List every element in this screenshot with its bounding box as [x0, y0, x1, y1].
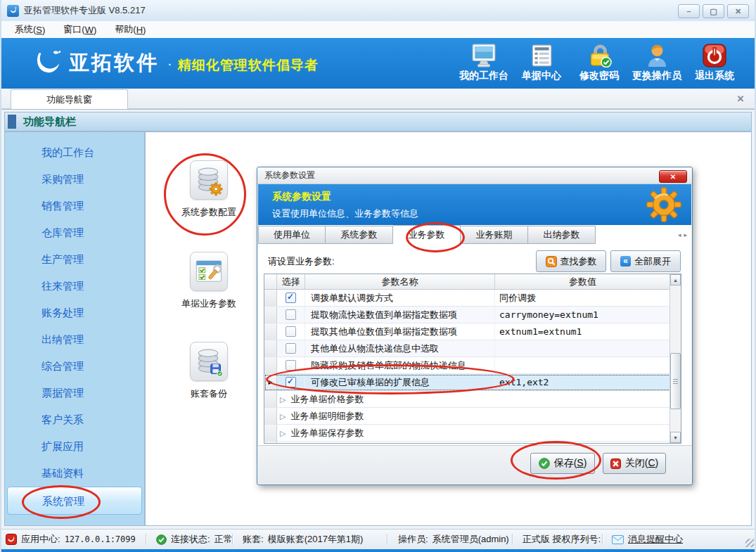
database-gear-icon	[193, 164, 224, 196]
menu-system[interactable]: 系统(S)	[6, 21, 54, 38]
brand-slogan: 精细化管理软件倡导者	[178, 52, 319, 75]
save-button[interactable]: 保存(S)	[530, 453, 595, 474]
col-param-name: 参数名称	[305, 274, 495, 289]
sidebar-item-crm[interactable]: 客户关系	[5, 406, 144, 433]
database-backup-icon	[193, 345, 224, 378]
toolbar-document-center[interactable]: 单据中心	[513, 44, 570, 82]
brand: 亚拓软件 · 精细化管理软件倡导者	[32, 49, 319, 77]
status-connection: 连接状态: 正常	[156, 529, 233, 549]
table-row[interactable]: 调拨单默认调拨方式 同价调拨	[264, 290, 681, 307]
sidebar-item-basic-data[interactable]: 基础资料	[5, 460, 144, 487]
shortcut-system-params-config[interactable]: 系统参数配置	[167, 160, 251, 219]
table-group-row[interactable]: 业务单据保存参数	[264, 425, 681, 442]
table-group-row[interactable]: 业务单据明细参数	[264, 408, 681, 425]
sidebar-item-sales[interactable]: 销售管理	[5, 193, 144, 219]
sidebar-item-purchase[interactable]: 采购管理	[5, 166, 144, 193]
tab-business-period[interactable]: 业务账期	[461, 226, 528, 244]
close-button[interactable]: ✕	[727, 4, 749, 18]
sidebar-item-extensions[interactable]: 扩展应用	[5, 433, 144, 460]
app-center-icon	[6, 534, 17, 545]
menu-window[interactable]: 窗口(W)	[54, 21, 105, 38]
toolbar-my-workbench[interactable]: 我的工作台	[455, 44, 513, 82]
sidebar-item-comprehensive[interactable]: 综合管理	[5, 353, 144, 380]
app-logo-icon	[7, 5, 19, 17]
search-icon	[546, 256, 557, 267]
double-arrow-left-icon	[620, 256, 631, 267]
table-group-row[interactable]: 业务单据价格参数	[264, 391, 681, 408]
menu-help[interactable]: 帮助(H)	[105, 21, 155, 38]
sidebar-item-contacts[interactable]: 往来管理	[5, 273, 144, 300]
user-icon	[645, 44, 669, 68]
dialog-footer: 保存(S) 关闭(C)	[258, 445, 691, 484]
shortcut-document-business-params[interactable]: 单据业务参数	[167, 252, 251, 310]
toolbar-change-password[interactable]: 修改密码	[570, 44, 628, 82]
toolbar-exit-system[interactable]: 退出系统	[686, 44, 743, 82]
tab-function-navigator[interactable]: 功能导航窗	[11, 89, 128, 110]
row-checkbox[interactable]	[286, 360, 296, 371]
window-titlebar[interactable]: 亚拓管理软件专业版 V8.5.217 – ▢ ✕	[0, 0, 756, 21]
dialog-close-button[interactable]	[659, 170, 687, 183]
vertical-scrollbar[interactable]	[669, 274, 681, 443]
sidebar-item-accounting[interactable]: 账务处理	[5, 300, 144, 326]
table-row[interactable]: 提取其他单位数值到单据指定数据项 extnum1=extnum1	[264, 323, 681, 340]
close-dialog-button[interactable]: 关闭(C)	[603, 453, 666, 474]
tab-scroll-left-icon[interactable]	[678, 231, 681, 238]
scroll-up-icon[interactable]	[670, 274, 681, 285]
panel-title: 功能导航栏	[23, 115, 76, 129]
row-checkbox[interactable]	[286, 377, 296, 387]
maximize-button[interactable]: ▢	[703, 4, 724, 18]
message-center-link[interactable]: 消息提醒中心	[628, 533, 683, 546]
current-row-marker-icon	[264, 374, 277, 390]
scrollbar-thumb[interactable]	[670, 353, 681, 409]
row-checkbox[interactable]	[286, 343, 296, 354]
table-row[interactable]: 提取物流快递数值到单据指定数据项 carrymoney=extnum1	[264, 307, 681, 323]
expand-triangle-icon[interactable]	[280, 394, 286, 404]
table-row[interactable]: 隐藏采购及销售单底部的物流快递信息	[264, 357, 681, 374]
tab-using-unit[interactable]: 使用单位	[258, 226, 326, 244]
row-checkbox[interactable]	[286, 293, 296, 303]
scroll-down-icon[interactable]	[670, 432, 681, 443]
document-tabstrip: 功能导航窗	[0, 89, 756, 109]
row-checkbox[interactable]	[286, 326, 296, 337]
sidebar-item-bills[interactable]: 票据管理	[5, 380, 144, 406]
tab-scroll-right-icon[interactable]	[684, 231, 687, 238]
sidebar-item-warehouse[interactable]: 仓库管理	[5, 219, 144, 246]
dialog-titlebar[interactable]: 系统参数设置	[257, 167, 692, 184]
lock-icon	[587, 44, 613, 68]
window-bottom-edge	[0, 549, 756, 552]
table-row[interactable]: 其他单位从物流快递信息中选取	[264, 340, 681, 357]
menu-bar: 系统(S) 窗口(W) 帮助(H)	[0, 21, 756, 38]
sidebar-item-cashier[interactable]: 出纳管理	[5, 326, 144, 353]
table-row-selected[interactable]: 可修改已审核单据的扩展信息 ext1,ext2	[264, 374, 681, 391]
table-group-row[interactable]: 业务单据审核参数	[264, 442, 681, 444]
sidebar-item-production[interactable]: 生产管理	[5, 246, 144, 273]
row-checkbox[interactable]	[286, 309, 296, 320]
sidebar-item-my-workbench[interactable]: 我的工作台	[5, 139, 144, 166]
navigation-panel-header: 功能导航栏	[4, 112, 752, 131]
sidebar-item-system-management[interactable]: 系统管理	[7, 487, 142, 515]
tab-system-params[interactable]: 系统参数	[326, 226, 393, 244]
tab-close-icon[interactable]	[735, 93, 746, 104]
resize-grip[interactable]	[745, 539, 754, 547]
system-params-dialog: 系统参数设置 系统参数设置 设置使用单位信息、业务参数等信息 使用单位 系统参数…	[257, 167, 693, 485]
brand-name: 亚拓软件	[69, 49, 159, 77]
shortcut-account-backup[interactable]: 账套备份	[167, 342, 251, 400]
toolbar-switch-operator[interactable]: 更换操作员	[628, 44, 686, 82]
check-circle-icon	[539, 458, 550, 469]
tab-cashier-params[interactable]: 出纳参数	[528, 226, 596, 244]
tab-business-params[interactable]: 业务参数	[393, 225, 461, 244]
dialog-banner: 系统参数设置 设置使用单位信息、业务参数等信息	[258, 184, 691, 225]
minimize-button[interactable]: –	[678, 4, 700, 18]
monitor-icon	[471, 44, 496, 68]
documents-icon	[530, 44, 553, 68]
panel-accent-icon	[8, 115, 16, 129]
checklist-wrench-icon	[193, 256, 224, 287]
expand-all-button[interactable]: 全部展开	[610, 250, 681, 272]
find-params-button[interactable]: 查找参数	[536, 250, 606, 272]
status-license: 正式版 授权序列号:	[523, 529, 601, 549]
expand-triangle-icon[interactable]	[280, 411, 286, 421]
params-table: 选择 参数名称 参数值 调拨单默认调拨方式 同价调拨 提取物流快递数值到单据指定…	[264, 274, 681, 444]
status-account: 账套: 模版账套(2017年第1期)	[243, 529, 363, 549]
status-message-center[interactable]: 消息提醒中心	[612, 529, 683, 549]
expand-triangle-icon[interactable]	[280, 428, 286, 438]
